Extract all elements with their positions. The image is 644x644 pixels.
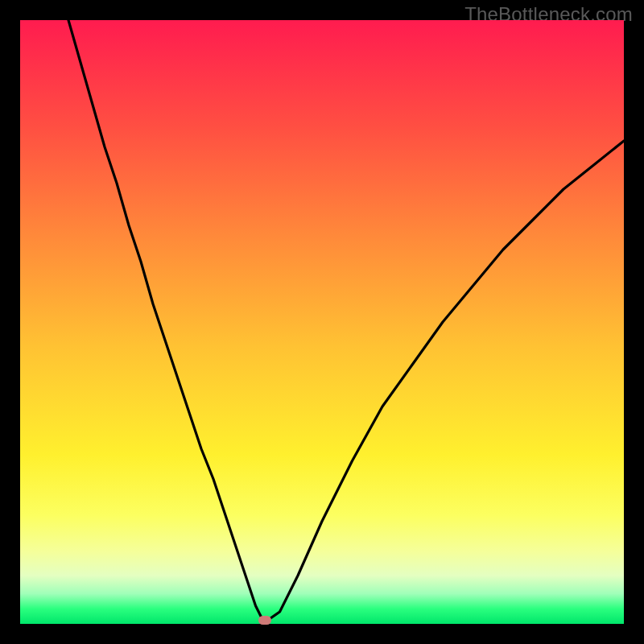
plot-area [20,20,624,624]
bottleneck-curve [20,20,624,624]
optimal-point-marker [258,616,271,625]
chart-frame: TheBottleneck.com [0,0,644,644]
